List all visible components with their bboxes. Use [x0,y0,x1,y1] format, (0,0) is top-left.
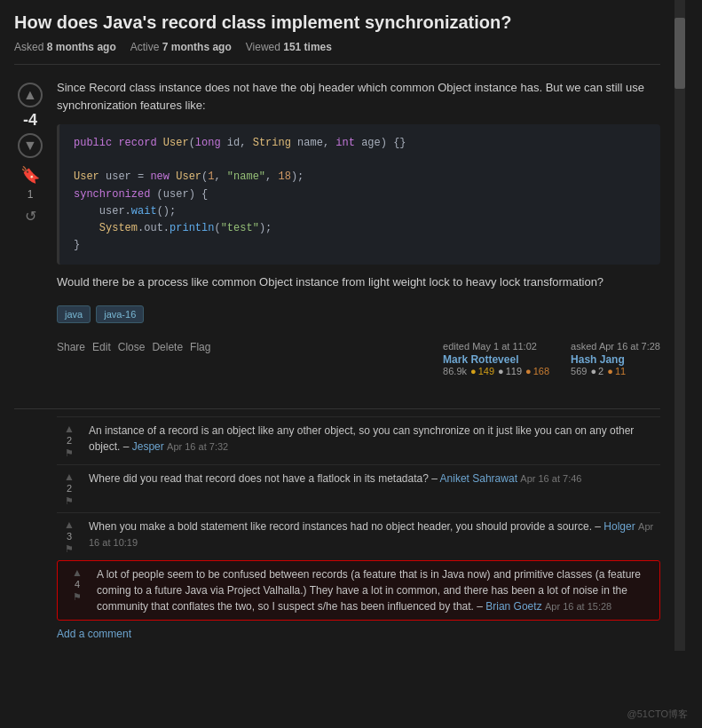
edit-link[interactable]: Edit [92,341,111,353]
comment-count-1: 2 [67,435,72,446]
question-title: How does Java's record class implement s… [14,11,660,34]
answer-content: Since Record class instance does not hav… [57,79,660,394]
comment-upvote-4[interactable]: ▲ [72,566,83,579]
flag-link[interactable]: Flag [190,341,210,353]
scrollbar-thumb[interactable] [674,18,685,89]
comment-author-3[interactable]: Holger [603,520,635,533]
bookmark-button[interactable]: 🔖 [20,165,40,185]
comment-flag-4[interactable]: ⚑ [73,591,82,603]
comment-vote-2: ▲ 2 ⚑ [57,471,82,507]
vote-section: ▲ -4 ▼ 🔖 1 ↺ [14,79,46,394]
question-text2: Would there be a process like common Obj… [57,273,660,291]
comment-text-3: When you make a bold statement like reco… [89,518,660,550]
ask-card: asked Apr 16 at 7:28 Hash Jang 569 2 11 [571,341,660,376]
edit-card: edited May 1 at 11:02 Mark Rotteveel 86.… [443,341,549,376]
comment-flag-3[interactable]: ⚑ [65,543,74,555]
editor-link[interactable]: Mark Rotteveel [443,353,549,366]
comment-upvote-2[interactable]: ▲ [64,471,75,483]
comment-text-4: A lot of people seem to be confused betw… [97,566,652,614]
asker-silver-badge: 11 [607,366,626,376]
action-links: Share Edit Close Delete Flag [57,341,210,353]
asker-link[interactable]: Hash Jang [571,353,660,366]
active-meta: Active 7 months ago [130,41,232,53]
comment-time-4: Apr 16 at 15:28 [545,601,611,612]
comment-count-3: 3 [67,531,72,542]
asked-label: asked Apr 16 at 7:28 [571,341,660,352]
question-body: ▲ -4 ▼ 🔖 1 ↺ Since Record class instance… [14,79,660,394]
actions-row: Share Edit Close Delete Flag edited May … [57,334,660,384]
comment-vote-3: ▲ 3 ⚑ [57,518,82,555]
downvote-button[interactable]: ▼ [18,133,43,158]
asker-rep-value: 569 [571,366,587,376]
comment-vote-4: ▲ 4 ⚑ [65,566,90,603]
share-link[interactable]: Share [57,341,85,353]
comment-item: ▲ 2 ⚑ An instance of a record is an obje… [57,416,660,464]
comment-count-2: 2 [67,483,72,494]
bookmark-count: 1 [28,188,34,201]
comments-section: ▲ 2 ⚑ An instance of a record is an obje… [14,416,660,621]
tags-section: java java-16 [57,305,660,323]
question-meta: Asked 8 months ago Active 7 months ago V… [14,41,660,65]
tag-java[interactable]: java [57,305,91,323]
comment-item-3: ▲ 3 ⚑ When you make a bold statement lik… [57,512,660,560]
comment-item-2: ▲ 2 ⚑ Where did you read that record doe… [57,464,660,512]
delete-link[interactable]: Delete [152,341,183,353]
editor-rep-value: 86.9k [443,366,467,376]
comment-vote-1: ▲ 2 ⚑ [57,423,82,459]
bronze-badge: 168 [525,366,549,376]
code-block: public record User(long id, String name,… [57,124,660,265]
scrollbar[interactable] [674,0,685,651]
editor-rep: 86.9k 149 119 168 [443,366,549,376]
comment-flag-2[interactable]: ⚑ [65,495,74,507]
asked-meta: Asked 8 months ago [14,41,116,53]
comment-upvote-3[interactable]: ▲ [64,518,75,531]
comment-author-4[interactable]: Brian Goetz [485,600,541,613]
gold-badge: 149 [470,366,494,376]
watermark: @51CTO博客 [627,708,688,721]
comment-author-1[interactable]: Jesper [132,440,164,453]
vote-count: -4 [23,111,37,130]
comment-flag-1[interactable]: ⚑ [65,447,74,459]
comment-author-2[interactable]: Aniket Sahrawat [440,472,517,485]
upvote-button[interactable]: ▲ [18,83,43,107]
history-button[interactable]: ↺ [25,208,36,225]
silver-badge: 119 [498,366,522,376]
divider [14,408,660,409]
question-text1: Since Record class instance does not hav… [57,79,660,114]
comment-time-2: Apr 16 at 7:46 [520,473,581,484]
editor-info: edited May 1 at 11:02 Mark Rotteveel 86.… [443,341,660,376]
comment-count-4: 4 [75,579,80,590]
add-comment-link[interactable]: Add a comment [14,628,660,640]
comment-text-2: Where did you read that record does not … [89,471,660,487]
comment-item-4: ▲ 4 ⚑ A lot of people seem to be confuse… [57,560,660,621]
edited-label: edited May 1 at 11:02 [443,341,549,352]
comment-time-1: Apr 16 at 7:32 [167,441,228,452]
comment-text-1: An instance of a record is an object lik… [89,423,660,455]
asker-gold-badge: 2 [590,366,603,376]
asker-rep: 569 2 11 [571,366,660,376]
close-link[interactable]: Close [118,341,146,353]
comment-upvote-1[interactable]: ▲ [64,423,75,435]
viewed-meta: Viewed 151 times [246,41,332,53]
tag-java16[interactable]: java-16 [96,305,144,323]
